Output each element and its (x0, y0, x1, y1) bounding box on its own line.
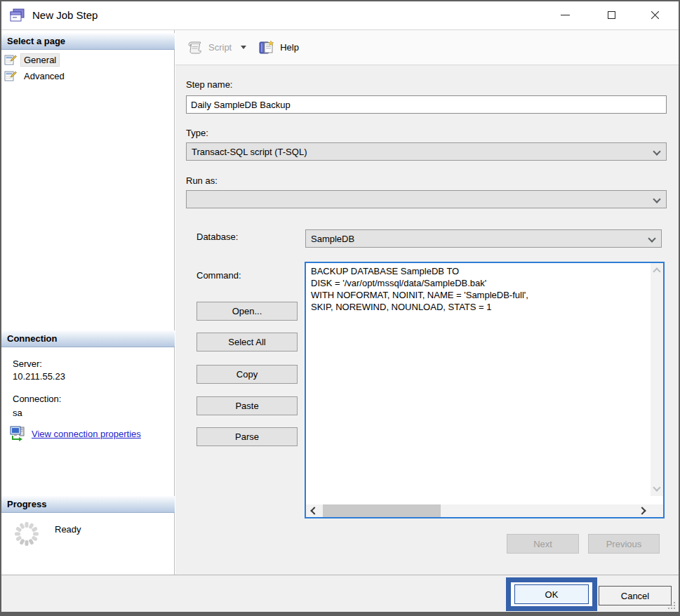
chevron-down-icon (648, 234, 655, 242)
cancel-button[interactable]: Cancel (599, 586, 672, 605)
window-title: New Job Step (32, 9, 98, 21)
progress-status: Ready (55, 524, 81, 535)
next-button[interactable]: Next (507, 534, 579, 554)
connection-properties-icon (10, 426, 27, 441)
property-page-icon (4, 70, 17, 82)
help-book-icon (258, 40, 275, 55)
previous-button[interactable]: Previous (588, 534, 660, 554)
toolbar: Script Help (175, 30, 679, 65)
close-icon (651, 11, 660, 20)
new-job-step-dialog: New Job Step Select a page (1, 1, 679, 612)
scroll-right-icon[interactable] (638, 507, 646, 514)
connection-section-header: Connection (1, 330, 175, 347)
sidebar-item-label: Advanced (21, 70, 67, 82)
ok-annotation-highlight: OK (506, 577, 597, 611)
title-bar[interactable]: New Job Step (1, 1, 679, 29)
select-a-page-header: Select a page (1, 33, 175, 50)
property-page-icon (4, 54, 17, 66)
chevron-down-icon (653, 147, 660, 155)
scroll-down-icon[interactable] (653, 483, 660, 491)
resize-grip[interactable] (668, 602, 676, 610)
scroll-left-icon[interactable] (310, 507, 318, 514)
content-panel: Script Help (175, 30, 679, 575)
ok-button[interactable]: OK (514, 584, 589, 604)
chevron-down-icon (653, 195, 660, 203)
copy-button[interactable]: Copy (196, 365, 298, 384)
run-as-dropdown[interactable] (186, 190, 667, 208)
parse-button[interactable]: Parse (196, 427, 298, 446)
script-scroll-icon (187, 40, 204, 55)
database-label: Database: (196, 232, 238, 242)
command-textarea[interactable]: BACKUP DATABASE SampleDB TO DISK = '/var… (306, 263, 650, 493)
dialog-body: Select a page General (1, 29, 679, 575)
maximize-icon (608, 11, 615, 19)
horizontal-scrollbar[interactable] (306, 504, 651, 517)
step-name-label: Step name: (186, 79, 233, 90)
command-editor: BACKUP DATABASE SampleDB TO DISK = '/var… (305, 262, 665, 518)
sidebar-item-general[interactable]: General (4, 52, 59, 67)
footer-bar: OK Cancel (1, 575, 679, 612)
script-dropdown-caret-icon[interactable] (241, 46, 246, 49)
sidebar-item-label: General (21, 54, 59, 66)
database-dropdown-value: SampleDB (311, 234, 354, 244)
run-as-label: Run as: (186, 175, 218, 186)
connection-value: sa (13, 408, 22, 418)
connection-label: Connection: (13, 394, 61, 404)
open-button[interactable]: Open... (196, 302, 298, 321)
horizontal-scrollbar-thumb[interactable] (323, 504, 441, 517)
type-label: Type: (186, 128, 208, 138)
new-job-step-icon (9, 8, 26, 22)
type-dropdown[interactable]: Transact-SQL script (T-SQL) (186, 142, 667, 161)
step-name-input[interactable] (186, 95, 667, 114)
close-button[interactable] (639, 1, 671, 28)
type-dropdown-value: Transact-SQL script (T-SQL) (192, 147, 307, 157)
view-connection-properties-link[interactable]: View connection properties (32, 429, 141, 439)
server-value: 10.211.55.23 (13, 371, 65, 382)
database-dropdown[interactable]: SampleDB (305, 229, 662, 248)
select-all-button[interactable]: Select All (196, 333, 298, 351)
command-label: Command: (196, 270, 241, 281)
paste-button[interactable]: Paste (196, 396, 298, 415)
scroll-up-icon[interactable] (653, 267, 660, 275)
server-label: Server: (13, 359, 42, 369)
window-frame: New Job Step Select a page (0, 0, 680, 616)
sidebar-item-advanced[interactable]: Advanced (4, 68, 67, 83)
progress-spinner-icon (13, 520, 41, 548)
script-button-label[interactable]: Script (208, 42, 232, 53)
minimize-icon (561, 15, 570, 15)
help-button-label[interactable]: Help (280, 42, 299, 53)
scrollbar-corner (651, 504, 663, 517)
vertical-scrollbar[interactable] (651, 263, 663, 496)
maximize-button[interactable] (595, 1, 627, 28)
minimize-button[interactable] (549, 1, 581, 28)
sidebar: Select a page General (1, 30, 175, 575)
progress-section-header: Progress (1, 496, 175, 513)
